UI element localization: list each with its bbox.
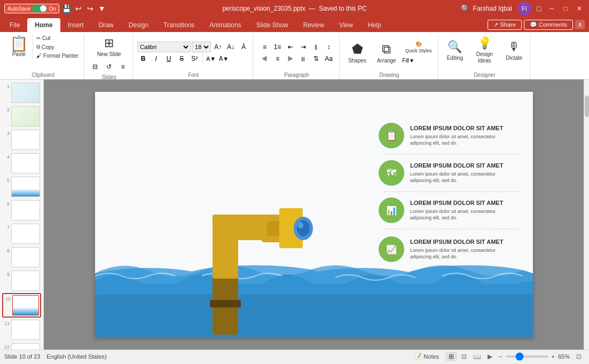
slide-thumb-4[interactable]: 4 — [2, 152, 41, 175]
zoom-in-icon[interactable]: + — [552, 353, 555, 360]
slide-thumb-5[interactable]: 5 — [2, 176, 41, 198]
bold-button[interactable]: B — [137, 53, 149, 64]
zoom-out-icon[interactable]: − — [499, 353, 502, 360]
slide-sorter-button[interactable]: ⊟ — [458, 352, 470, 361]
fit-slide-button[interactable]: ⊡ — [573, 352, 585, 361]
cut-button[interactable]: ✂ Cut — [34, 34, 81, 42]
saved-status: Saved to this PC — [319, 5, 366, 12]
comments-button[interactable]: 💬 Comments — [524, 20, 573, 30]
num-list-button[interactable]: 1≡ — [272, 42, 284, 52]
editing-group: 🔍 Editing 💡 Design Ideas 🎙 Dictate Desig… — [439, 34, 531, 79]
shapes-button[interactable]: ⬟ Shapes — [344, 39, 371, 66]
slide-thumb-3[interactable]: 3 — [2, 129, 41, 151]
redo-icon[interactable]: ↪ — [86, 4, 95, 13]
slide-thumb-12[interactable]: 12 — [2, 342, 41, 350]
convert-text-button[interactable]: Aa — [323, 53, 335, 64]
ribbon-display-icon[interactable]: □ — [535, 4, 543, 13]
font-label: Font — [186, 71, 201, 79]
zoom-level: 65% — [558, 353, 570, 360]
paste-button[interactable]: 📋 Paste — [5, 34, 33, 60]
search-icon[interactable]: 🔍 — [461, 4, 470, 13]
tab-draw[interactable]: Draw — [91, 18, 121, 32]
text-direction-button[interactable]: ⇅ — [310, 53, 322, 64]
text-highlight-button[interactable]: Ā▼ — [218, 53, 230, 64]
canvas-area[interactable]: 📋 LOREM IPSUM DOLOR SIT AMET Lorem ipsum… — [44, 80, 584, 350]
align-center-button[interactable]: ≡ — [272, 53, 284, 64]
svg-text:Lorem ipsum dolor sit amet, co: Lorem ipsum dolor sit amet, consectetur — [410, 171, 496, 177]
minimize-button[interactable]: ─ — [546, 3, 557, 14]
copy-button[interactable]: ⧉ Copy — [34, 43, 81, 51]
user-avatar[interactable]: FI — [517, 2, 531, 15]
slide-thumb-7[interactable]: 7 — [2, 223, 41, 245]
maximize-button[interactable]: □ — [560, 3, 571, 14]
shape-fill-button[interactable]: Fill▼ — [403, 56, 414, 66]
tab-transitions[interactable]: Transitions — [156, 18, 202, 32]
font-decrease-button[interactable]: A↓ — [225, 42, 237, 52]
slide-thumb-1[interactable]: 1 — [2, 82, 41, 104]
slide-layout-icon[interactable]: ⊟ — [89, 60, 101, 73]
tab-insert[interactable]: Insert — [60, 18, 91, 32]
autosave-knob — [40, 5, 46, 12]
right-scrollbar[interactable] — [584, 80, 589, 350]
italic-button[interactable]: I — [150, 53, 162, 64]
font-size-select[interactable]: 18 — [192, 42, 211, 52]
format-painter-button[interactable]: 🖌 Format Painter — [34, 52, 81, 60]
scroll-thumb[interactable] — [585, 96, 589, 117]
editing-button[interactable]: 🔍 Editing — [443, 38, 468, 63]
more-icon[interactable]: ▼ — [98, 4, 106, 13]
slide-section-icon[interactable]: ≡ — [116, 60, 129, 73]
tab-slideshow[interactable]: Slide Show — [249, 18, 296, 32]
close-button[interactable]: ✕ — [574, 3, 585, 14]
shadow-button[interactable]: S² — [189, 53, 200, 64]
slide-thumb-2[interactable]: 2 — [2, 105, 41, 128]
tab-design[interactable]: Design — [121, 18, 156, 32]
tab-view[interactable]: View — [332, 18, 360, 32]
tab-help[interactable]: Help — [360, 18, 389, 32]
language-info: English (United States) — [46, 353, 107, 360]
share-button[interactable]: ↗ Share — [488, 20, 521, 30]
tab-animations[interactable]: Animations — [202, 18, 248, 32]
font-family-select[interactable]: Calibri — [137, 42, 191, 52]
tab-home[interactable]: Home — [27, 18, 60, 32]
title-bar: AutoSave On 💾 ↩ ↪ ▼ periscope_vision_230… — [0, 0, 589, 17]
design-ideas-button[interactable]: 💡 Design Ideas — [469, 34, 499, 66]
save-icon[interactable]: 💾 — [62, 4, 71, 13]
slide-thumb-6[interactable]: 6 — [2, 199, 41, 221]
slide-thumb-9[interactable]: 9 — [2, 270, 41, 292]
normal-view-button[interactable]: ⊞ — [445, 352, 457, 361]
clipboard-label: Clipboard — [29, 71, 57, 79]
indent-more-button[interactable]: ⇥ — [297, 42, 309, 52]
slide-thumb-8[interactable]: 8 — [2, 246, 41, 268]
ribbon-collapse-button[interactable]: ∧ — [575, 20, 585, 29]
tab-review[interactable]: Review — [296, 18, 332, 32]
undo-icon[interactable]: ↩ — [74, 4, 83, 13]
slide-thumb-11[interactable]: 11 — [2, 319, 41, 341]
underline-button[interactable]: U — [163, 53, 175, 64]
autosave-badge[interactable]: AutoSave On — [4, 4, 59, 13]
dictate-button[interactable]: 🎙 Dictate — [501, 38, 527, 63]
indent-less-button[interactable]: ⇤ — [285, 42, 296, 52]
arrange-button[interactable]: ⧉ Arrange — [373, 39, 400, 66]
justify-button[interactable]: ⫼ — [297, 53, 309, 64]
tab-file[interactable]: File — [2, 18, 27, 32]
autosave-toggle[interactable] — [32, 5, 47, 12]
notes-button[interactable]: 📝 Notes — [411, 352, 442, 361]
reading-view-button[interactable]: 📖 — [471, 352, 483, 361]
bullet-list-button[interactable]: ≡ — [259, 42, 271, 52]
align-left-button[interactable]: ⫷ — [259, 53, 271, 64]
zoom-slider[interactable] — [506, 355, 548, 358]
font-color-button[interactable]: A▼ — [205, 53, 217, 64]
strikethrough-button[interactable]: S — [176, 53, 187, 64]
column-button[interactable]: ⫿ — [310, 42, 322, 52]
design-ideas-icon: 💡 — [477, 36, 492, 50]
font-increase-button[interactable]: A↑ — [212, 42, 224, 52]
slide-thumb-10[interactable]: 10 — [2, 293, 41, 318]
cut-icon: ✂ — [36, 35, 41, 41]
clear-format-button[interactable]: Ā — [238, 42, 249, 52]
line-spacing-button[interactable]: ↕ — [323, 42, 335, 52]
new-slide-button[interactable]: ⊞ New Slide — [93, 34, 125, 59]
slide-reset-icon[interactable]: ↺ — [103, 60, 115, 73]
align-right-button[interactable]: ⫸ — [285, 53, 296, 64]
slideshow-button[interactable]: ▶ — [484, 352, 496, 361]
quick-styles-button[interactable]: 🎨 Quick Styles — [403, 39, 435, 55]
